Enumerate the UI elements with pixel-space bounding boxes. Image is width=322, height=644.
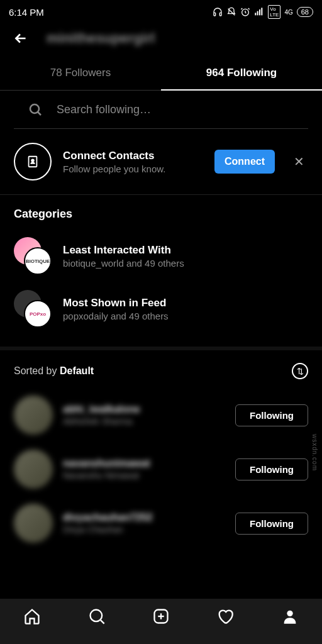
svg-point-17 (287, 611, 292, 616)
svg-rect-5 (257, 11, 258, 16)
heart-icon[interactable] (216, 608, 234, 625)
back-arrow-icon[interactable] (13, 30, 29, 47)
connect-button[interactable]: Connect (214, 150, 275, 174)
category-most-shown[interactable]: POPxo Most Shown in Feed popxodaily and … (0, 282, 322, 335)
avatar (14, 396, 53, 435)
svg-rect-0 (214, 13, 216, 16)
create-icon[interactable] (152, 608, 170, 625)
category-avatars: BIOTIQUE (14, 237, 52, 275)
user-name: Navanshu Nimawat (63, 470, 225, 480)
connect-text: Connect Contacts Follow people you know. (63, 150, 203, 174)
sort-row[interactable]: Sorted by Default ⇅ (0, 350, 322, 388)
user-name: Abhishek Sharma (63, 416, 225, 426)
svg-point-12 (90, 610, 102, 622)
following-button[interactable]: Following (235, 404, 308, 426)
svg-rect-6 (259, 9, 260, 15)
avatar (14, 450, 53, 489)
contacts-icon (14, 143, 52, 180)
user-name: Divya Chauhan (63, 525, 225, 535)
connect-subtitle: Follow people you know. (63, 164, 203, 174)
svg-rect-4 (255, 13, 257, 15)
user-handle: divyachauhan7252 (63, 512, 225, 523)
close-icon[interactable]: ✕ (286, 154, 308, 169)
following-button[interactable]: Following (235, 458, 308, 480)
watermark: wsxdn.com (311, 434, 318, 471)
bottom-nav (0, 599, 322, 644)
sort-icon[interactable]: ⇅ (292, 363, 308, 379)
search-icon (28, 102, 43, 117)
connect-contacts-card: Connect Contacts Follow people you know.… (0, 129, 322, 195)
user-row[interactable]: abhi_iwalkalone Abhishek Sharma Followin… (0, 388, 322, 442)
sort-label: Sorted by Default (14, 365, 94, 377)
user-row[interactable]: navanshunimawat Navanshu Nimawat Followi… (0, 442, 322, 496)
header: minithesupergirl (0, 21, 322, 58)
profile-username: minithesupergirl (47, 30, 155, 47)
categories-heading: Categories (0, 195, 322, 230)
svg-rect-1 (220, 13, 222, 16)
svg-rect-7 (262, 8, 263, 15)
search-nav-icon[interactable] (88, 608, 106, 625)
battery-indicator: 68 (297, 7, 313, 17)
user-handle: abhi_iwalkalone (63, 404, 225, 415)
category-subtitle: popxodaily and 49 others (63, 311, 308, 321)
svg-point-11 (31, 159, 34, 162)
connect-title: Connect Contacts (63, 150, 203, 162)
category-avatars: POPxo (14, 290, 52, 328)
status-bar: 6:14 PM VoLTE 4G 68 (0, 0, 322, 21)
alarm-icon (240, 7, 250, 17)
category-title: Most Shown in Feed (63, 297, 308, 309)
headphones-icon (213, 7, 223, 17)
user-handle: navanshunimawat (63, 458, 225, 469)
status-time: 6:14 PM (9, 7, 44, 18)
tab-followers[interactable]: 78 Followers (0, 58, 161, 91)
volte-icon: VoLTE (268, 5, 280, 19)
user-row[interactable]: divyachauhan7252 Divya Chauhan Following (0, 496, 322, 550)
svg-line-13 (100, 620, 104, 624)
following-button[interactable]: Following (235, 513, 308, 535)
category-title: Least Interacted With (63, 244, 308, 257)
svg-point-8 (30, 104, 39, 113)
svg-line-9 (38, 112, 41, 115)
tab-following[interactable]: 964 Following (161, 58, 322, 91)
category-least-interacted[interactable]: BIOTIQUE Least Interacted With biotique_… (0, 230, 322, 282)
profile-icon[interactable] (281, 608, 299, 625)
category-subtitle: biotique_world and 49 others (63, 258, 308, 269)
search-row (14, 91, 308, 129)
status-icons: VoLTE 4G 68 (213, 5, 313, 19)
home-icon[interactable] (23, 608, 41, 625)
search-input[interactable] (57, 103, 294, 116)
avatar (14, 504, 53, 543)
tabs: 78 Followers 964 Following (0, 58, 322, 91)
categories-section: Categories BIOTIQUE Least Interacted Wit… (0, 195, 322, 350)
signal-icon (254, 7, 264, 17)
network-icon: 4G (284, 9, 292, 16)
mute-icon (226, 7, 236, 17)
